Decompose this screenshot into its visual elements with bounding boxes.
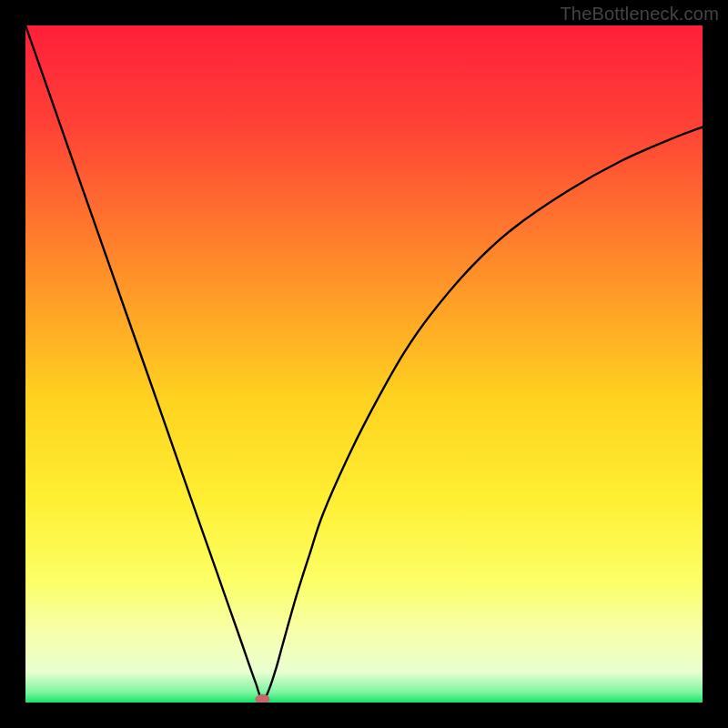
bottleneck-chart [25,25,703,703]
watermark-text: TheBottleneck.com [560,4,719,25]
chart-frame [25,25,703,703]
chart-background [25,25,703,703]
